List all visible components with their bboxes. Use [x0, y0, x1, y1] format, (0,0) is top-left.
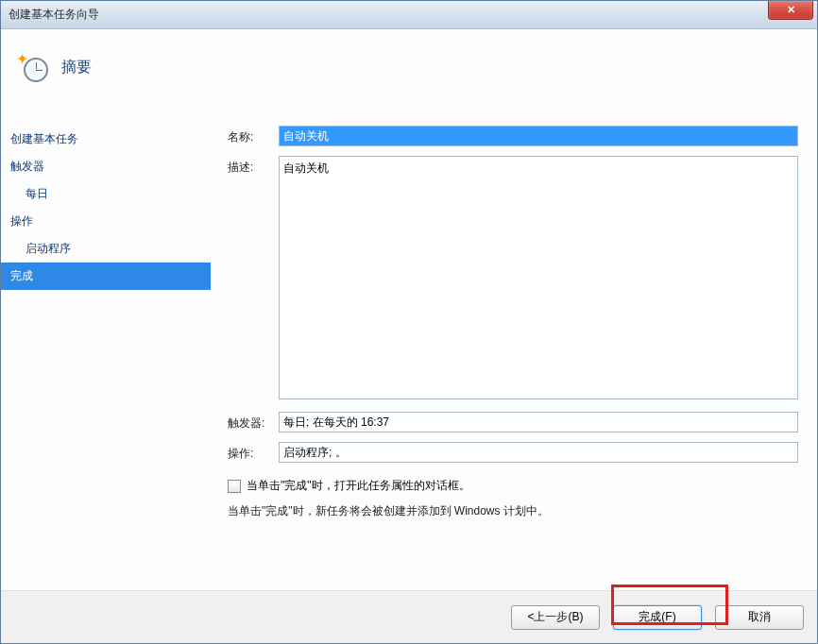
button-bar: <上一步(B) 完成(F) 取消 — [1, 590, 817, 643]
sidebar-item-finish[interactable]: 完成 — [1, 263, 211, 290]
content-area: ✦ 摘要 创建基本任务 触发器 每日 操作 启动程序 完成 名称: — [1, 29, 817, 643]
wizard-sidebar: 创建基本任务 触发器 每日 操作 启动程序 完成 — [1, 97, 211, 590]
sidebar-item-action[interactable]: 操作 — [1, 208, 211, 235]
close-icon: ✕ — [787, 4, 795, 16]
checkbox-label: 当单击"完成"时，打开此任务属性的对话框。 — [247, 478, 470, 494]
description-label: 描述: — [211, 156, 279, 176]
titlebar: 创建基本任务向导 ✕ — [1, 1, 817, 29]
window-title: 创建基本任务向导 — [9, 7, 99, 23]
trigger-label: 触发器: — [211, 412, 279, 432]
name-input[interactable] — [279, 126, 798, 146]
description-textarea[interactable] — [279, 156, 798, 399]
main-panel: 名称: 描述: 触发器: — [211, 97, 817, 590]
wizard-window: 创建基本任务向导 ✕ ✦ 摘要 创建基本任务 触发器 每日 操作 启动程序 完成 — [0, 0, 818, 644]
page-title: 摘要 — [61, 58, 92, 77]
wizard-header: ✦ 摘要 — [1, 29, 817, 97]
info-text: 当单击"完成"时，新任务将会被创建并添加到 Windows 计划中。 — [228, 503, 798, 519]
sidebar-item-create-task[interactable]: 创建基本任务 — [1, 126, 211, 153]
summary-icon: ✦ — [18, 52, 48, 82]
action-input[interactable] — [279, 442, 798, 463]
name-label: 名称: — [211, 126, 279, 145]
close-button[interactable]: ✕ — [768, 1, 813, 20]
back-button[interactable]: <上一步(B) — [511, 605, 600, 630]
action-label: 操作: — [211, 442, 279, 462]
sidebar-item-daily[interactable]: 每日 — [1, 180, 211, 208]
open-properties-checkbox-row[interactable]: 当单击"完成"时，打开此任务属性的对话框。 — [228, 478, 798, 494]
open-properties-checkbox[interactable] — [228, 480, 241, 493]
wizard-body: 创建基本任务 触发器 每日 操作 启动程序 完成 名称: 描述: — [1, 97, 817, 590]
cancel-button[interactable]: 取消 — [715, 605, 804, 630]
trigger-input[interactable] — [279, 412, 798, 432]
footer-options: 当单击"完成"时，打开此任务属性的对话框。 当单击"完成"时，新任务将会被创建并… — [211, 472, 798, 519]
sidebar-item-trigger[interactable]: 触发器 — [1, 153, 211, 180]
sidebar-item-start-program[interactable]: 启动程序 — [1, 235, 211, 263]
finish-button[interactable]: 完成(F) — [613, 605, 702, 630]
